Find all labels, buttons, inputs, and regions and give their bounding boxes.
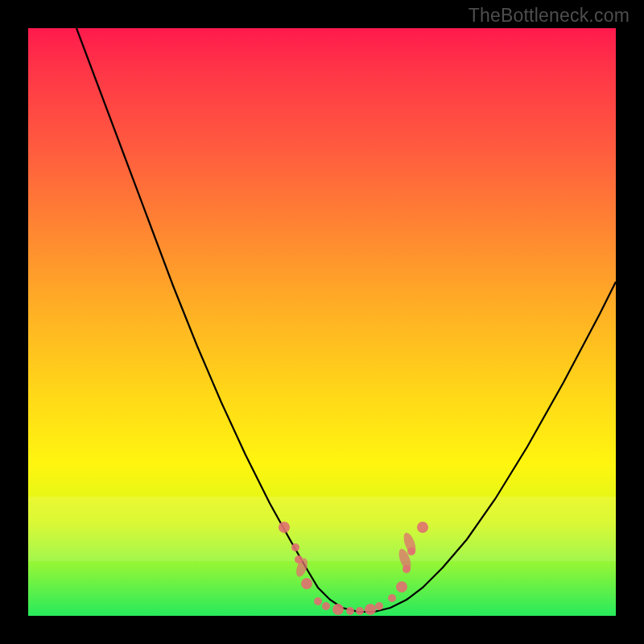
marker-dot [365,604,376,615]
marker-dot [388,594,396,602]
bottleneck-curve [76,28,616,612]
watermark-text: TheBottleneck.com [469,5,630,27]
marker-dot [332,604,344,615]
curve-layer [28,28,616,616]
marker-dot [375,602,383,610]
marker-dot [291,543,299,551]
marker-dot [417,522,428,533]
chart-frame: TheBottleneck.com [0,0,644,644]
marker-dot [396,581,407,592]
marker-dot [314,597,322,605]
marker-dot [346,607,354,615]
marker-dot [322,602,330,610]
marker-dot [279,522,290,533]
marker-dot [301,578,312,589]
marker-dot [356,607,364,615]
